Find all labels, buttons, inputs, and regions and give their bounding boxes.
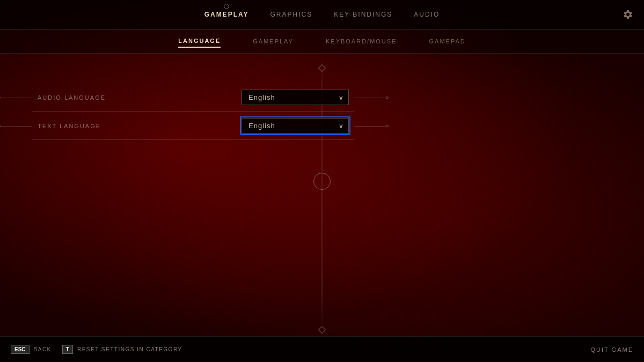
main-nav: GAMEPLAY GRAPHICS KEY BINDINGS AUDIO: [204, 8, 440, 21]
bottom-bar: ESC BACK T RESET SETTINGS IN CATEGORY QU…: [0, 336, 644, 362]
gear-icon[interactable]: [623, 9, 633, 20]
dot-right-2-decoration: [386, 124, 389, 127]
hline-right-2-decoration: [354, 126, 386, 127]
text-language-row: TEXT LANGUAGE English French German Span…: [38, 112, 349, 140]
text-language-label: TEXT LANGUAGE: [38, 123, 145, 129]
subnav-keyboard-mouse[interactable]: KEYBOARD/MOUSE: [326, 35, 397, 47]
text-language-control: English French German Spanish: [145, 118, 349, 134]
quit-game-button[interactable]: QUIT GAME: [590, 346, 633, 353]
reset-label: RESET SETTINGS IN CATEGORY: [77, 346, 182, 352]
sub-nav: LANGUAGE GAMEPLAY KEYBOARD/MOUSE GAMEPAD: [0, 29, 644, 54]
subnav-gamepad[interactable]: GAMEPAD: [429, 35, 466, 47]
subnav-language[interactable]: LANGUAGE: [178, 35, 221, 48]
hline-left-decoration: [0, 98, 32, 98]
reset-hint: T RESET SETTINGS IN CATEGORY: [62, 345, 182, 354]
nav-gameplay[interactable]: GAMEPLAY: [204, 8, 249, 21]
nav-keybindings[interactable]: KEY BINDINGS: [334, 8, 392, 21]
audio-language-select[interactable]: English French German Spanish: [241, 90, 349, 105]
back-label: BACK: [34, 346, 52, 352]
back-hint: ESC BACK: [11, 345, 52, 354]
nav-graphics[interactable]: GRAPHICS: [270, 8, 313, 21]
bottom-left-hints: ESC BACK T RESET SETTINGS IN CATEGORY: [11, 345, 182, 354]
audio-language-label: AUDIO LANGUAGE: [38, 94, 145, 101]
audio-language-control: English French German Spanish: [145, 90, 349, 105]
hline-left-2-decoration: [0, 126, 32, 127]
dot-right-decoration: [386, 96, 389, 99]
top-bar: GAMEPLAY GRAPHICS KEY BINDINGS AUDIO: [0, 0, 644, 29]
audio-language-row: AUDIO LANGUAGE English French German Spa…: [38, 83, 349, 112]
audio-language-dropdown-wrapper: English French German Spanish: [241, 90, 349, 105]
text-language-select[interactable]: English French German Spanish: [241, 118, 349, 134]
text-language-dropdown-wrapper: English French German Spanish: [241, 118, 349, 134]
settings-content: AUDIO LANGUAGE English French German Spa…: [0, 54, 644, 335]
nav-audio[interactable]: AUDIO: [414, 8, 440, 21]
hline-right-decoration: [354, 98, 386, 98]
reset-key-badge: T: [62, 345, 73, 354]
esc-key-badge: ESC: [11, 345, 30, 354]
subnav-gameplay[interactable]: GAMEPLAY: [253, 35, 294, 47]
